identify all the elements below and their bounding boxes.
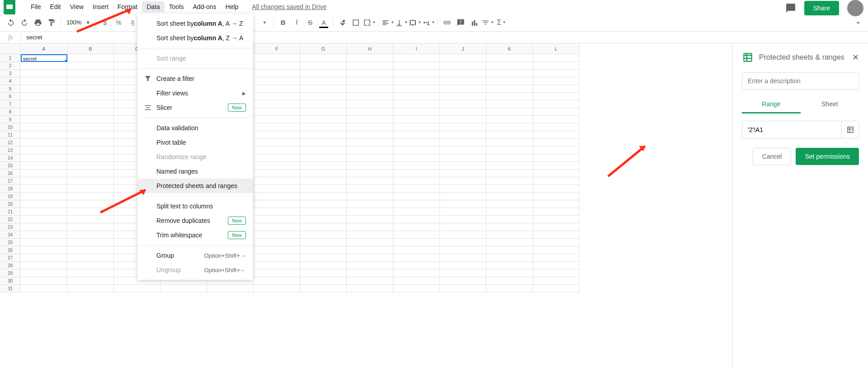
- cell[interactable]: [21, 216, 67, 223]
- cell[interactable]: [300, 208, 347, 216]
- cell[interactable]: [486, 85, 533, 93]
- cell[interactable]: [347, 262, 393, 269]
- cell[interactable]: [300, 146, 347, 154]
- row-header[interactable]: 27: [0, 254, 21, 262]
- row-header[interactable]: 14: [0, 154, 21, 162]
- menu-view[interactable]: View: [66, 1, 88, 12]
- cell[interactable]: [347, 208, 393, 216]
- cell[interactable]: [533, 239, 580, 246]
- cell[interactable]: [440, 170, 486, 177]
- cell[interactable]: [21, 154, 67, 162]
- cell[interactable]: [393, 139, 440, 146]
- cell[interactable]: [486, 139, 533, 146]
- menu-insert[interactable]: Insert: [88, 1, 113, 12]
- cell[interactable]: [254, 254, 300, 262]
- cell[interactable]: [347, 54, 393, 62]
- h-align-button[interactable]: ▼: [382, 16, 394, 29]
- cell[interactable]: [440, 254, 486, 262]
- cell[interactable]: [533, 116, 580, 123]
- comment-icon[interactable]: [785, 3, 796, 14]
- cell[interactable]: [440, 70, 486, 77]
- drive-saved-status[interactable]: All changes saved in Drive: [252, 3, 326, 10]
- cell[interactable]: [533, 162, 580, 170]
- remove-duplicates[interactable]: Remove duplicatesNew: [137, 213, 253, 228]
- cell[interactable]: [486, 131, 533, 139]
- cell[interactable]: [440, 193, 486, 200]
- sort-sheet-az[interactable]: Sort sheet by column A, A → Z: [137, 16, 253, 31]
- cell[interactable]: [393, 177, 440, 185]
- row-header[interactable]: 9: [0, 116, 21, 123]
- cell[interactable]: [67, 200, 114, 208]
- cell[interactable]: [300, 170, 347, 177]
- cell[interactable]: [21, 116, 67, 123]
- column-header[interactable]: J: [440, 43, 486, 54]
- cell[interactable]: [347, 285, 393, 293]
- row-header[interactable]: 24: [0, 231, 21, 239]
- row-header[interactable]: 5: [0, 85, 21, 93]
- cell[interactable]: [486, 177, 533, 185]
- cell[interactable]: [440, 62, 486, 70]
- insert-comment-button[interactable]: [454, 16, 467, 29]
- column-header[interactable]: L: [533, 43, 580, 54]
- currency-button[interactable]: $: [99, 16, 111, 29]
- cell[interactable]: [114, 285, 160, 293]
- cell[interactable]: [486, 77, 533, 85]
- slicer[interactable]: SlicerNew: [137, 100, 253, 115]
- cell[interactable]: [533, 123, 580, 131]
- cell[interactable]: [533, 269, 580, 277]
- cell[interactable]: [300, 200, 347, 208]
- collapse-toolbar-button[interactable]: [852, 16, 864, 29]
- select-all-corner[interactable]: [0, 43, 21, 54]
- cell[interactable]: [254, 100, 300, 108]
- cell[interactable]: [533, 170, 580, 177]
- row-header[interactable]: 1: [0, 54, 21, 62]
- cell[interactable]: [486, 54, 533, 62]
- menu-file[interactable]: File: [26, 1, 46, 12]
- cell[interactable]: [21, 277, 67, 285]
- cell[interactable]: [486, 193, 533, 200]
- cell[interactable]: [393, 246, 440, 254]
- cell[interactable]: [347, 116, 393, 123]
- cell[interactable]: [440, 277, 486, 285]
- cell[interactable]: [254, 170, 300, 177]
- cell[interactable]: [347, 154, 393, 162]
- filter-button[interactable]: ▼: [481, 16, 494, 29]
- insert-chart-button[interactable]: [468, 16, 481, 29]
- row-header[interactable]: 17: [0, 177, 21, 185]
- redo-button[interactable]: [18, 16, 31, 29]
- cell[interactable]: [300, 77, 347, 85]
- row-header[interactable]: 22: [0, 216, 21, 223]
- cell[interactable]: [67, 70, 114, 77]
- row-header[interactable]: 4: [0, 77, 21, 85]
- cell[interactable]: [67, 231, 114, 239]
- cell[interactable]: [486, 100, 533, 108]
- cell[interactable]: [300, 70, 347, 77]
- cell[interactable]: [67, 223, 114, 231]
- cell[interactable]: [440, 246, 486, 254]
- cell[interactable]: [67, 54, 114, 62]
- cell[interactable]: [486, 154, 533, 162]
- sort-sheet-za[interactable]: Sort sheet by column A, Z → A: [137, 31, 253, 45]
- cell[interactable]: [300, 246, 347, 254]
- create-filter[interactable]: Create a filter: [137, 71, 253, 86]
- range-tab[interactable]: Range: [742, 96, 801, 113]
- cell[interactable]: [347, 93, 393, 100]
- cell[interactable]: [21, 208, 67, 216]
- cell[interactable]: [21, 231, 67, 239]
- cell[interactable]: [21, 177, 67, 185]
- cell[interactable]: [254, 246, 300, 254]
- cell[interactable]: [393, 116, 440, 123]
- cell[interactable]: [300, 108, 347, 116]
- row-header[interactable]: 28: [0, 262, 21, 269]
- cell[interactable]: [300, 62, 347, 70]
- cell[interactable]: [254, 285, 300, 293]
- cell[interactable]: [440, 262, 486, 269]
- undo-button[interactable]: [5, 16, 17, 29]
- row-header[interactable]: 21: [0, 208, 21, 216]
- cell[interactable]: [67, 193, 114, 200]
- cell[interactable]: [486, 277, 533, 285]
- cell[interactable]: [21, 269, 67, 277]
- cell[interactable]: [67, 262, 114, 269]
- cell[interactable]: [67, 93, 114, 100]
- cell[interactable]: [486, 231, 533, 239]
